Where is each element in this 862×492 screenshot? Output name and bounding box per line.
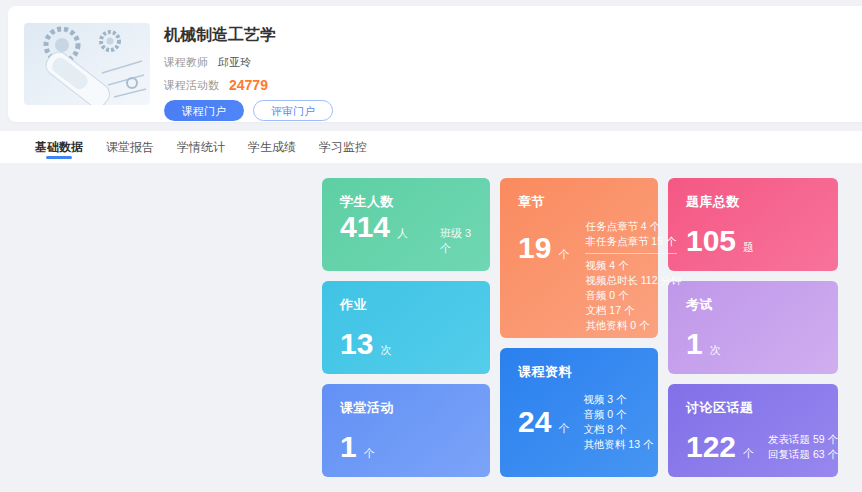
- card-exam: 考试 1 次: [668, 281, 838, 374]
- chapters-unit: 个: [558, 247, 569, 262]
- discussion-details: 发表话题 59 个 回复话题 63 个: [768, 432, 838, 462]
- tab-class-report[interactable]: 课堂报告: [104, 131, 156, 163]
- detail-line: 视频总时长 112 分钟: [585, 273, 681, 288]
- detail-line: 任务点章节 4 个: [585, 219, 681, 234]
- card-class-activity: 课堂活动 1 个: [322, 384, 490, 477]
- card-title: 讨论区话题: [686, 399, 820, 417]
- tab-bar: 基础数据 课堂报告 学情统计 学生成绩 学习监控: [0, 131, 862, 163]
- card-chapters: 章节 19 个 任务点章节 4 个 非任务点章节 15 个 视频 4 个 视频总…: [500, 178, 658, 338]
- exam-unit: 次: [710, 343, 721, 358]
- teacher-label: 课程教师: [164, 55, 208, 70]
- course-portal-button[interactable]: 课程门户: [164, 100, 244, 121]
- student-count-value: 414: [340, 212, 390, 242]
- card-question-bank: 题库总数 105 题: [668, 178, 838, 271]
- review-portal-button[interactable]: 评审门户: [253, 100, 333, 121]
- card-title: 题库总数: [686, 193, 820, 211]
- card-title: 章节: [518, 193, 640, 211]
- card-student-count: 学生人数 414 人 班级 3 个: [322, 178, 490, 271]
- course-title: 机械制造工艺学: [164, 25, 333, 46]
- discussion-unit: 个: [743, 446, 754, 461]
- detail-line: 文档 17 个: [585, 303, 681, 318]
- detail-divider: [585, 253, 677, 254]
- activity-count: 24779: [229, 77, 268, 93]
- card-discussion-topics: 讨论区话题 122 个 发表话题 59 个 回复话题 63 个: [668, 384, 838, 477]
- detail-line: 音频 0 个: [583, 407, 653, 422]
- activity-label: 课程活动数: [164, 78, 219, 93]
- card-title: 学生人数: [340, 193, 472, 211]
- card-title: 考试: [686, 296, 820, 314]
- detail-line: 回复话题 63 个: [768, 447, 838, 462]
- chapters-details: 任务点章节 4 个 非任务点章节 15 个 视频 4 个 视频总时长 112 分…: [585, 219, 681, 333]
- detail-line: 视频 3 个: [583, 392, 653, 407]
- course-cover-image: [24, 23, 150, 105]
- homework-unit: 次: [380, 343, 391, 358]
- question-bank-value: 105: [686, 226, 736, 256]
- student-count-unit: 人: [397, 226, 408, 241]
- tab-student-grades[interactable]: 学生成绩: [246, 131, 298, 163]
- detail-line: 其他资料 13 个: [583, 437, 653, 452]
- materials-value: 24: [518, 407, 551, 437]
- detail-line: 视频 4 个: [585, 258, 681, 273]
- materials-details: 视频 3 个 音频 0 个 文档 8 个 其他资料 13 个: [583, 392, 653, 452]
- teacher-name: 邱亚玲: [218, 55, 251, 70]
- card-title: 课堂活动: [340, 399, 472, 417]
- detail-line: 其他资料 0 个: [585, 318, 681, 333]
- tab-learning-monitor[interactable]: 学习监控: [317, 131, 369, 163]
- detail-line: 文档 8 个: [583, 422, 653, 437]
- tab-learning-stats[interactable]: 学情统计: [175, 131, 227, 163]
- discussion-value: 122: [686, 432, 736, 462]
- card-course-materials: 课程资料 24 个 视频 3 个 音频 0 个 文档 8 个 其他资料 13 个: [500, 348, 658, 477]
- card-title: 作业: [340, 296, 472, 314]
- class-count: 班级 3 个: [440, 226, 472, 256]
- class-activity-unit: 个: [364, 446, 375, 461]
- card-homework: 作业 13 次: [322, 281, 490, 374]
- tab-basic-data[interactable]: 基础数据: [33, 131, 85, 163]
- detail-line: 非任务点章节 15 个: [585, 234, 681, 249]
- exam-value: 1: [686, 329, 703, 359]
- class-activity-value: 1: [340, 432, 357, 462]
- question-bank-unit: 题: [743, 240, 754, 255]
- card-title: 课程资料: [518, 363, 640, 381]
- course-header-card: 机械制造工艺学 课程教师 邱亚玲 课程活动数 24779 课程门户 评审门户: [8, 6, 862, 122]
- chapters-value: 19: [518, 233, 551, 263]
- detail-line: 发表话题 59 个: [768, 432, 838, 447]
- detail-line: 音频 0 个: [585, 288, 681, 303]
- materials-unit: 个: [558, 421, 569, 436]
- stats-grid: 学生人数 414 人 班级 3 个 作业 13 次 课堂活动 1 个 章节: [322, 178, 838, 477]
- homework-value: 13: [340, 329, 373, 359]
